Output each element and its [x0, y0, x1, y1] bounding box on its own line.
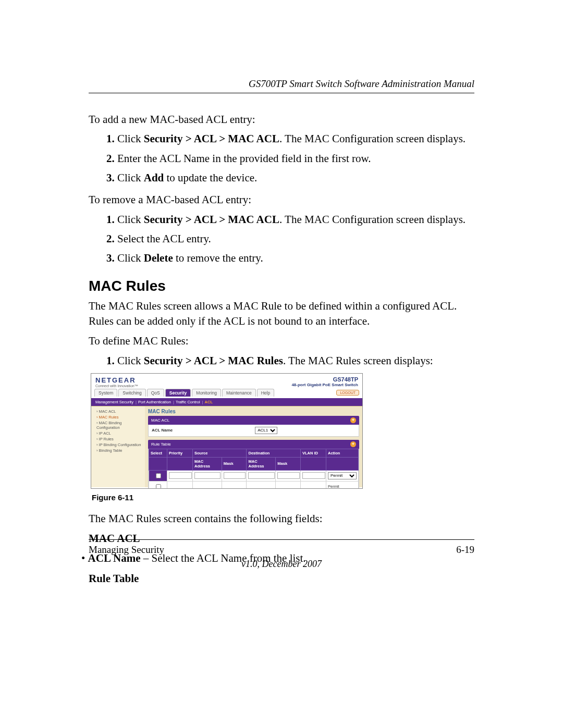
subtab-traffic-control[interactable]: Traffic Control	[176, 400, 200, 404]
table-row: Permit	[149, 470, 359, 481]
section-para: The MAC Rules screen allows a MAC Rule t…	[89, 299, 474, 328]
figure-screenshot: NETGEAR Connect with Innovation™ GS748TP…	[91, 373, 363, 489]
panel-mac-acl-header: MAC ACL +	[148, 416, 359, 425]
col-src-mask: Mask	[222, 457, 247, 470]
tab-system[interactable]: System	[94, 389, 117, 397]
define-intro: To define MAC Rules:	[89, 334, 474, 348]
table-row: Permit	[149, 481, 359, 489]
row1-dst-mac-input[interactable]	[248, 472, 274, 479]
panel-rule-table-header: Rule Table +	[148, 440, 359, 449]
subhead-rule-table: Rule Table	[89, 571, 474, 586]
define-steps-list: 1. Click Security > ACL > MAC Rules. The…	[89, 354, 474, 368]
rule-table: Select Priority Source Destination VLAN …	[149, 449, 359, 489]
sidebar-ip-rules[interactable]: › IP Rules	[93, 436, 143, 442]
sidebar-binding-table[interactable]: › Binding Table	[93, 448, 143, 453]
footer-version: v1.0, December 2007	[89, 559, 474, 570]
row1-action-select[interactable]: Permit	[328, 472, 357, 479]
sidebar: › MAC ACL › MAC Rules › MAC Binding Conf…	[91, 406, 145, 487]
model-desc: 48-port Gigabit PoE Smart Switch	[291, 382, 358, 387]
row1-src-mask-input[interactable]	[224, 472, 246, 479]
tab-help[interactable]: Help	[257, 389, 274, 397]
subtab-mgmt-security[interactable]: Management Security	[95, 400, 133, 404]
col-dst-mac: MACAddress	[247, 457, 276, 470]
section-heading-mac-rules: MAC Rules	[89, 278, 474, 294]
sub-tabs: Management Security| Port Authentication…	[91, 398, 362, 406]
col-source: Source	[193, 449, 247, 457]
col-priority: Priority	[167, 449, 193, 457]
doc-footer: Managing Security 6-19 v1.0, December 20…	[89, 539, 474, 570]
footer-left: Managing Security	[89, 544, 164, 556]
content-title: MAC Rules	[148, 409, 359, 414]
sidebar-mac-binding[interactable]: › MAC Binding Configuration	[93, 420, 143, 430]
row1-priority-input[interactable]	[169, 472, 192, 479]
sidebar-ip-binding[interactable]: › IP Binding Configuration	[93, 442, 143, 448]
row1-dst-mask-input[interactable]	[277, 472, 300, 479]
remove-steps-list: 1. Click Security > ACL > MAC ACL. The M…	[89, 213, 474, 266]
sidebar-ip-acl[interactable]: › IP ACL	[93, 430, 143, 436]
add-rule-icon[interactable]: +	[350, 441, 356, 447]
intro-remove: To remove a MAC-based ACL entry:	[89, 192, 474, 207]
netgear-tagline: Connect with Innovation™	[95, 384, 138, 388]
tab-monitoring[interactable]: Monitoring	[192, 389, 221, 397]
main-tabs: System Switching QoS Security Monitoring…	[91, 389, 362, 398]
sidebar-mac-acl[interactable]: › MAC ACL	[93, 409, 143, 414]
tab-maintenance[interactable]: Maintenance	[222, 389, 256, 397]
col-src-mac: MACAddress	[193, 457, 222, 470]
row1-select-checkbox[interactable]	[156, 473, 161, 478]
subtab-acl[interactable]: ACL	[205, 400, 213, 404]
tab-qos[interactable]: QoS	[147, 389, 164, 397]
tab-security[interactable]: Security	[165, 389, 191, 397]
acl-name-label: ACL Name	[152, 428, 173, 433]
subtab-port-auth[interactable]: Port Authentication	[138, 400, 171, 404]
row2-action: Permit	[326, 481, 359, 489]
logout-button[interactable]: LOGOUT	[336, 390, 359, 396]
sidebar-mac-rules[interactable]: › MAC Rules	[93, 414, 143, 420]
row1-vlan-input[interactable]	[302, 472, 325, 479]
netgear-logo: NETGEAR	[95, 376, 138, 384]
col-select: Select	[149, 449, 167, 457]
col-vlan-id: VLAN ID	[301, 449, 326, 457]
footer-right: 6-19	[456, 544, 474, 556]
row1-src-mac-input[interactable]	[194, 472, 221, 479]
row2-select-checkbox[interactable]	[156, 484, 161, 489]
model-number: GS748TP	[291, 376, 358, 382]
add-icon[interactable]: +	[350, 417, 356, 423]
intro-add: To add a new MAC-based ACL entry:	[89, 112, 474, 127]
col-action: Action	[326, 449, 359, 457]
add-steps-list: 1. Click Security > ACL > MAC ACL. The M…	[89, 132, 474, 185]
after-fig-para: The MAC Rules screen contains the follow…	[89, 511, 474, 526]
acl-name-select[interactable]: ACL1	[255, 427, 277, 434]
col-destination: Destination	[247, 449, 301, 457]
tab-switching[interactable]: Switching	[118, 389, 145, 397]
col-dst-mask: Mask	[276, 457, 301, 470]
doc-header-title: GS700TP Smart Switch Software Administra…	[89, 78, 474, 93]
figure-caption: Figure 6-11	[92, 493, 474, 502]
